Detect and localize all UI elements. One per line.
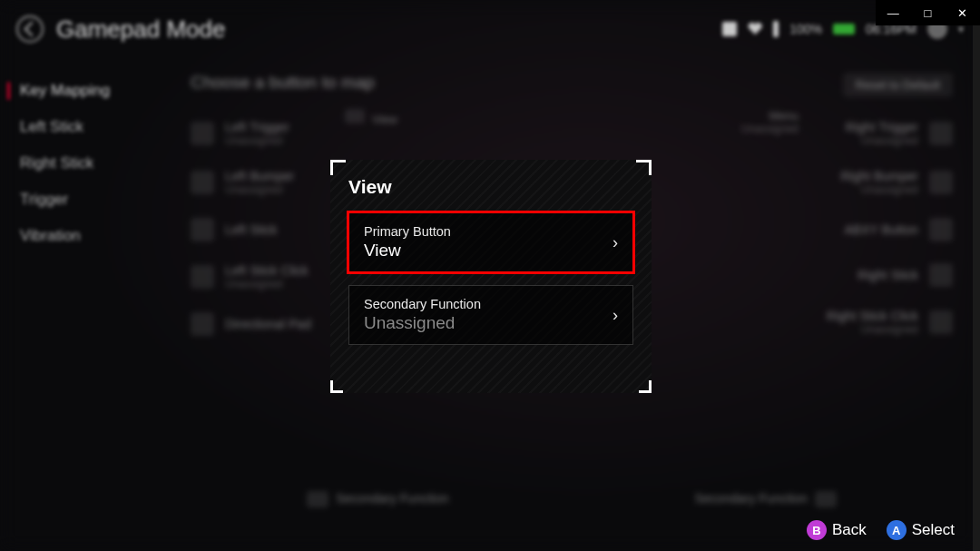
abxy-icon — [929, 218, 953, 241]
top-menu-label[interactable]: Menu — [769, 109, 799, 123]
sidebar-item-right-stick[interactable]: Right Stick — [0, 145, 177, 182]
sidebar-item-trigger[interactable]: Trigger — [0, 182, 177, 218]
heart-icon — [748, 22, 762, 36]
chevron-right-icon: › — [612, 233, 618, 252]
m2-icon — [815, 491, 837, 507]
dpad-icon — [191, 312, 214, 336]
primary-button-label: Primary Button — [364, 224, 612, 239]
page-title: Gamepad Mode — [56, 15, 225, 44]
map-left-stick[interactable]: Left Stick — [191, 218, 354, 241]
footer-hints: BBack ASelect — [807, 520, 955, 540]
mapping-prompt: Choose a button to map — [191, 73, 953, 93]
window-maximize-button[interactable]: □ — [910, 0, 945, 25]
lsc-icon — [191, 265, 214, 289]
battery-icon — [833, 24, 855, 34]
view-icon — [345, 109, 365, 123]
secondary-function-label: Secondary Function — [364, 297, 612, 311]
window-close-button[interactable]: ✕ — [946, 0, 980, 25]
sidebar-item-vibration[interactable]: Vibration — [0, 218, 177, 254]
top-view-label[interactable]: View — [372, 113, 397, 126]
hint-back: BBack — [807, 520, 867, 540]
modal-title: View — [348, 176, 633, 198]
sidebar-item-left-stick[interactable]: Left Stick — [0, 109, 177, 145]
ls-icon — [191, 218, 214, 241]
sidebar: Key Mapping Left Stick Right Stick Trigg… — [0, 73, 177, 254]
lightning-icon — [773, 21, 779, 37]
scrollbar[interactable] — [973, 0, 980, 551]
secondary-fn-left[interactable]: Secondary Function — [336, 491, 449, 506]
reset-to-default-button[interactable]: Reset to Default — [843, 73, 953, 97]
map-left-bumper[interactable]: Left BumperUnassigned — [191, 169, 354, 196]
user-icon — [722, 22, 737, 36]
app-header: Gamepad Mode 100% 06:16PM ▾ — [16, 11, 964, 47]
rs-icon — [929, 263, 953, 287]
a-button-icon: A — [887, 520, 906, 540]
secondary-function-value: Unassigned — [364, 313, 612, 333]
lb-icon — [191, 171, 214, 194]
rb-icon — [929, 171, 953, 194]
window-minimize-button[interactable]: — — [876, 0, 910, 25]
map-left-stick-click[interactable]: Left Stick ClickUnassigned — [191, 263, 354, 290]
hint-select: ASelect — [887, 520, 955, 540]
button-mapping-modal: View Primary Button View › Secondary Fun… — [330, 160, 652, 393]
secondary-function-row[interactable]: Secondary Function Unassigned › — [348, 285, 633, 345]
map-dpad[interactable]: Directional Pad — [191, 312, 354, 336]
top-menu-sub: Unassigned — [741, 123, 799, 135]
map-right-stick[interactable]: Right Stick — [789, 263, 953, 287]
sidebar-item-key-mapping[interactable]: Key Mapping — [0, 73, 177, 109]
primary-button-value: View — [364, 241, 612, 261]
map-right-stick-click[interactable]: Right Stick ClickUnassigned — [789, 309, 953, 336]
map-right-bumper[interactable]: Right BumperUnassigned — [789, 169, 953, 196]
chevron-right-icon: › — [612, 306, 618, 325]
secondary-fn-right[interactable]: Secondary Function — [694, 491, 808, 506]
battery-percent: 100% — [789, 22, 822, 36]
back-icon[interactable] — [16, 15, 44, 43]
window-controls: — □ ✕ — [876, 0, 980, 25]
m1-icon — [307, 491, 328, 507]
map-abxy[interactable]: ABXY Button — [789, 218, 953, 241]
primary-button-row[interactable]: Primary Button View › — [348, 212, 633, 272]
rsc-icon — [929, 310, 953, 334]
b-button-icon: B — [807, 520, 827, 540]
